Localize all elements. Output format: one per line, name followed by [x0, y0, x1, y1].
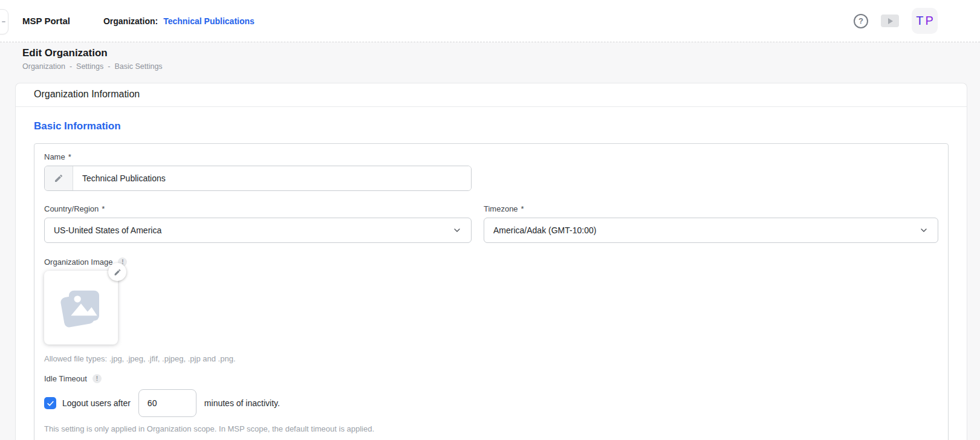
page-title: Edit Organization — [22, 47, 980, 59]
collapse-icon — [2, 21, 5, 22]
country-timezone-row: Country/Region * US-United States of Ame… — [44, 204, 938, 243]
topbar-actions: ? T P — [854, 8, 938, 34]
help-icon[interactable]: ? — [854, 14, 868, 28]
edit-image-button[interactable] — [108, 263, 126, 281]
info-icon[interactable]: ! — [92, 374, 102, 383]
brand-title: MSP Portal — [22, 16, 70, 26]
country-field: Country/Region * US-United States of Ame… — [44, 204, 472, 243]
chevron-down-icon — [919, 225, 929, 235]
name-input[interactable] — [73, 166, 471, 190]
image-placeholder-icon — [57, 283, 105, 332]
name-input-group — [44, 166, 472, 191]
timezone-select[interactable]: America/Adak (GMT-10:00) — [484, 218, 938, 243]
country-selected-value: US-United States of America — [54, 225, 161, 235]
top-bar: MSP Portal Organization: Technical Publi… — [0, 0, 980, 42]
pencil-icon — [54, 173, 63, 183]
avatar-initial: T — [916, 14, 923, 28]
avatar-initial: P — [925, 14, 933, 28]
breadcrumb-item-settings[interactable]: Settings — [76, 62, 103, 71]
required-mark: * — [102, 204, 105, 213]
basic-information-panel: Name * Country/Region * — [34, 143, 949, 440]
organization-image-upload[interactable] — [44, 271, 118, 345]
organization-link[interactable]: Technical Publications — [163, 16, 255, 26]
avatar[interactable]: T P — [912, 8, 938, 34]
organization-information-card: Organization Information Basic Informati… — [15, 83, 967, 440]
organization-image-section: Organization Image ! — [44, 257, 938, 363]
section-title: Basic Information — [34, 120, 949, 132]
logout-checkbox[interactable] — [44, 397, 56, 409]
sidebar-collapse-button[interactable] — [0, 9, 8, 34]
breadcrumb-item-organization[interactable]: Organization — [22, 62, 65, 71]
required-mark: * — [68, 152, 71, 161]
logout-checkbox-label: Logout users after — [62, 398, 131, 408]
page-header: Edit Organization Organization - Setting… — [0, 42, 980, 71]
breadcrumb: Organization - Settings - Basic Settings — [22, 62, 980, 71]
tour-video-button[interactable] — [881, 15, 899, 27]
timeout-suffix-label: minutes of inactivity. — [204, 398, 280, 408]
timezone-label: Timezone * — [484, 204, 938, 213]
check-icon — [47, 400, 54, 407]
timezone-field: Timezone * America/Adak (GMT-10:00) — [484, 204, 938, 243]
card-header: Organization Information — [16, 83, 967, 107]
organization-label: Organization: — [103, 16, 158, 26]
country-select[interactable]: US-United States of America — [44, 218, 472, 243]
timeout-minutes-input[interactable] — [138, 389, 196, 417]
breadcrumb-item-basic-settings[interactable]: Basic Settings — [114, 62, 162, 71]
chevron-down-icon — [452, 225, 462, 235]
allowed-file-types-text: Allowed file types: .jpg, .jpeg, .jfif, … — [44, 354, 938, 363]
card-body: Basic Information Name * Country/ — [16, 107, 967, 440]
country-label: Country/Region * — [44, 204, 472, 213]
pencil-icon — [114, 268, 122, 276]
name-label: Name * — [44, 152, 938, 161]
required-mark: * — [521, 204, 524, 213]
breadcrumb-separator: - — [108, 62, 110, 71]
play-icon — [888, 18, 893, 24]
name-edit-addon — [45, 166, 73, 190]
idle-timeout-row: Logout users after minutes of inactivity… — [44, 389, 938, 417]
organization-image-label: Organization Image ! — [44, 257, 938, 267]
organization-image-widget — [44, 271, 118, 345]
timeout-note: This setting is only applied in Organiza… — [44, 424, 938, 433]
breadcrumb-separator: - — [70, 62, 72, 71]
idle-timeout-label: Idle Timeout ! — [44, 374, 938, 383]
organization-line: Organization: Technical Publications — [103, 16, 255, 26]
timezone-selected-value: America/Adak (GMT-10:00) — [493, 225, 596, 235]
